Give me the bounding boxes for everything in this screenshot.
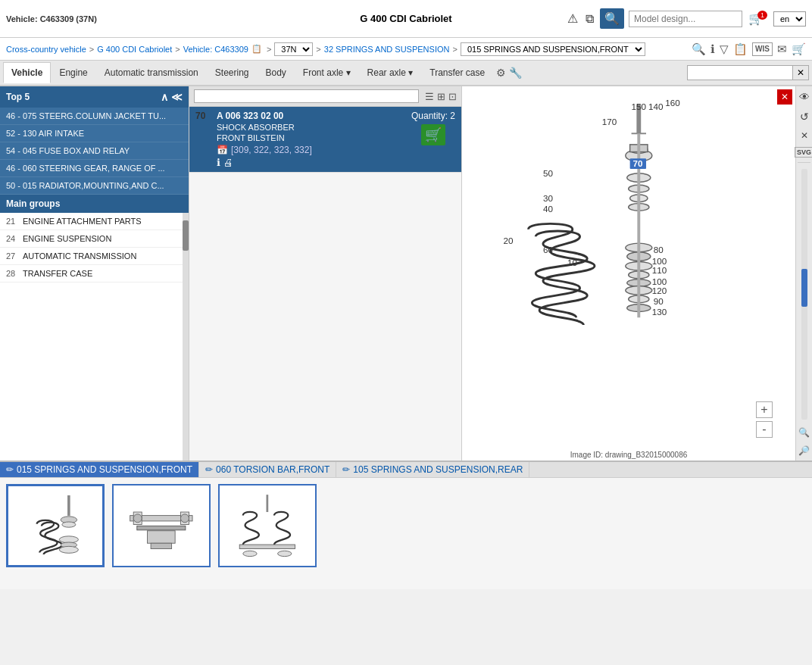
tab-rear-axle[interactable]: Rear axle ▾ [359, 62, 422, 83]
thumb-015[interactable] [6, 484, 105, 567]
tab-engine[interactable]: Engine [51, 62, 95, 83]
svg-point-35 [278, 551, 292, 556]
top5-item-3[interactable]: 54 - 045 FUSE BOX AND RELAY [0, 142, 189, 160]
zoom-in-btn[interactable]: + [756, 401, 773, 418]
wis-icon[interactable]: WIS [752, 42, 773, 56]
breadcrumb-springs[interactable]: 32 SPRINGS AND SUSPENSION [324, 45, 450, 54]
group-item-24[interactable]: 24 ENGINE SUSPENSION [0, 230, 183, 248]
svg-point-27 [133, 514, 142, 522]
breadcrumb-icons: 🔍 ℹ ▽ 📋 WIS ✉ 🛒 [692, 42, 806, 56]
tab-vehicle[interactable]: Vehicle [3, 62, 51, 83]
settings-icon[interactable]: ⚙ [496, 67, 506, 79]
part-models-70: 📅 [309, 322, 323, 332] [217, 145, 411, 155]
tab-steering[interactable]: Steering [207, 62, 258, 83]
top5-item-1[interactable]: 46 - 075 STEERG.COLUMN JACKET TU... [0, 108, 189, 125]
cart-breadcrumb-icon[interactable]: 🛒 [792, 42, 806, 56]
part-desc-70-line1: SHOCK ABSORBER [217, 123, 411, 132]
top5-item-4[interactable]: 46 - 060 STEERING GEAR, RANGE OF ... [0, 160, 189, 177]
group-item-21[interactable]: 21 ENGINE ATTACHMENT PARTS [0, 213, 183, 230]
top5-list: 46 - 075 STEERG.COLUMN JACKET TU... 52 -… [0, 108, 189, 195]
label-130: 130 [652, 307, 667, 317]
part-print-btn[interactable]: 🖨 [223, 157, 233, 168]
top5-close-btn[interactable]: ≪ [171, 91, 183, 103]
tab-body[interactable]: Body [258, 62, 295, 83]
copy-icon[interactable]: ⧉ [584, 11, 595, 27]
thumb-105[interactable] [218, 484, 317, 567]
groups-scroll-thumb [183, 220, 189, 251]
left-panel: Top 5 ∧ ≪ 46 - 075 STEERG.COLUMN JACKET … [0, 86, 189, 461]
bottom-tab-105[interactable]: ✏ 105 SPRINGS AND SUSPENSION,REAR [336, 462, 529, 477]
svg-point-28 [181, 514, 189, 522]
zoom-controls: + - [756, 401, 773, 438]
bottom-section: ✏ 015 SPRINGS AND SUSPENSION,FRONT ✏ 060… [0, 461, 812, 589]
part-details-70: A 006 323 02 00 SHOCK ABSORBER FRONT BIL… [217, 111, 411, 168]
mail-icon[interactable]: ✉ [777, 42, 787, 56]
rtool-separator [798, 162, 810, 163]
zoom-out-btn[interactable]: - [756, 421, 773, 438]
bottom-tab-015[interactable]: ✏ 015 SPRINGS AND SUSPENSION,FRONT [0, 462, 199, 477]
label-50: 50 [543, 168, 553, 178]
diagram-scrollbar[interactable] [801, 169, 807, 420]
breadcrumb-variant-dropdown[interactable]: 37N [274, 42, 313, 56]
info-icon[interactable]: ℹ [710, 42, 715, 56]
tab-search-button[interactable]: ✕ [793, 65, 809, 80]
breadcrumb-model[interactable]: G 400 CDI Cabriolet [97, 45, 172, 54]
rtool-history-btn[interactable]: ↺ [798, 109, 810, 124]
part-row-70[interactable]: 70 A 006 323 02 00 SHOCK ABSORBER FRONT … [189, 107, 461, 173]
tab-search-input[interactable] [687, 65, 793, 80]
groups-list: 21 ENGINE ATTACHMENT PARTS 24 ENGINE SUS… [0, 213, 189, 461]
group-item-28[interactable]: 28 TRANSFER CASE [0, 265, 183, 283]
breadcrumb-vehicle[interactable]: Vehicle: C463309 [183, 45, 248, 54]
add-to-cart-70-btn[interactable]: 🛒 [421, 124, 445, 145]
diagram-svg: 150 140 160 170 70 50 30 40 60 20 [462, 86, 779, 431]
svg-point-34 [243, 551, 257, 556]
label-70-text: 70 [633, 158, 643, 168]
top5-item-5[interactable]: 50 - 015 RADIATOR,MOUNTING,AND C... [0, 177, 189, 195]
breadcrumb-cross-country[interactable]: Cross-country vehicle [6, 45, 86, 54]
right-toolbar: 👁 ↺ ✕ SVG 🔍 🔎 [795, 86, 812, 461]
top5-item-2[interactable]: 52 - 130 AIR INTAKE [0, 125, 189, 142]
bottom-tab-060[interactable]: ✏ 060 TORSION BAR,FRONT [199, 462, 336, 477]
filter-icon[interactable]: ▽ [720, 42, 729, 56]
search-icon[interactable]: 🔍 [600, 8, 624, 29]
zoom-in-icon[interactable]: 🔍 [692, 42, 706, 56]
detail-view-btn[interactable]: ⊡ [448, 91, 457, 102]
group-item-27[interactable]: 27 AUTOMATIC TRANSMISSION [0, 248, 183, 265]
label-10: 10 [567, 258, 577, 267]
grid-view-btn[interactable]: ⊞ [437, 91, 445, 102]
calendar-icon: 📅 [217, 145, 228, 155]
cart-icon[interactable]: 🛒1 [747, 10, 769, 27]
rtool-eye-btn[interactable]: 👁 [798, 89, 811, 105]
part-quantity-70: Quantity: 2 [411, 111, 455, 121]
language-select[interactable]: en de fr [773, 11, 806, 27]
label-160: 160 [665, 98, 680, 108]
rtool-compare-btn[interactable]: ✕ [799, 129, 810, 142]
label-100b: 100 [652, 276, 667, 286]
svg-rect-31 [151, 543, 171, 548]
rtool-zoom-out-bottom-btn[interactable]: 🔎 [797, 444, 811, 457]
warning-icon[interactable]: ⚠ [566, 10, 579, 27]
report-icon[interactable]: 📋 [733, 42, 748, 56]
edit-icon-105: ✏ [342, 464, 350, 475]
breadcrumb-subgroup-dropdown[interactable]: 015 SPRINGS AND SUSPENSION,FRONT [461, 42, 645, 56]
thumb-container-105 [218, 484, 317, 583]
tab-transfer-case[interactable]: Transfer case [421, 62, 493, 83]
tab-search: ✕ [687, 65, 809, 80]
diagram-panel: ✕ [462, 86, 795, 461]
thumb-060[interactable] [112, 484, 211, 567]
top5-collapse-btn[interactable]: ∧ [161, 91, 168, 103]
rtool-zoom-in-bottom-btn[interactable]: 🔍 [797, 426, 811, 439]
list-view-btn[interactable]: ☰ [425, 91, 434, 102]
parts-header: ☰ ⊞ ⊡ [189, 86, 461, 107]
main-content: Top 5 ∧ ≪ 46 - 075 STEERG.COLUMN JACKET … [0, 86, 812, 461]
tab-front-axle[interactable]: Front axle ▾ [295, 62, 359, 83]
thumb-container-015 [6, 484, 105, 583]
groups-scrollbar[interactable] [183, 213, 189, 461]
label-150: 150 [632, 101, 647, 111]
model-search-input[interactable] [629, 11, 742, 27]
tab-automatic-transmission[interactable]: Automatic transmission [96, 62, 207, 83]
tools-icon[interactable]: 🔧 [509, 67, 522, 79]
part-info-btn[interactable]: ℹ [217, 157, 220, 168]
rtool-svg-btn[interactable]: SVG [795, 147, 812, 158]
parts-filter-input[interactable] [194, 89, 419, 103]
